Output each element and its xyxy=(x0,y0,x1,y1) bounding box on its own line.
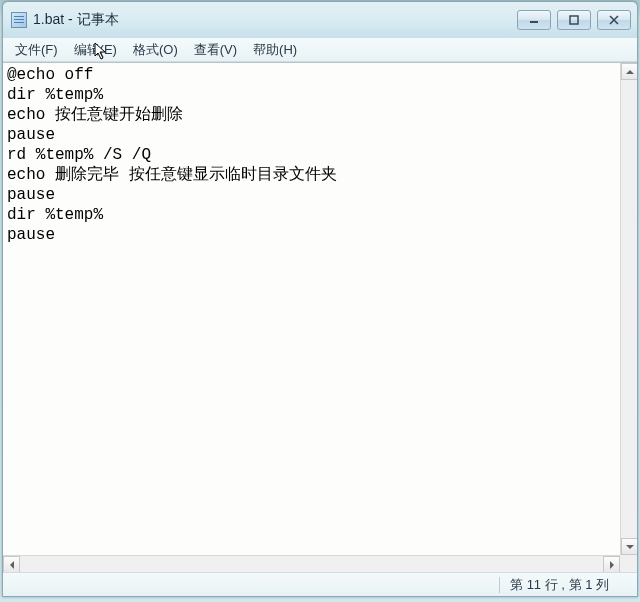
scroll-right-button[interactable] xyxy=(603,556,620,572)
editor-area: @echo off dir %temp% echo 按任意键开始删除 pause… xyxy=(3,62,637,572)
vertical-scrollbar[interactable] xyxy=(620,63,637,555)
chevron-right-icon xyxy=(610,561,614,569)
window-title: 1.bat - 记事本 xyxy=(33,11,517,29)
svg-rect-0 xyxy=(530,21,538,23)
menu-file[interactable]: 文件(F) xyxy=(7,39,66,61)
close-button[interactable] xyxy=(597,10,631,30)
notepad-window: 1.bat - 记事本 文件(F) 编辑(E) 格式(O) 查看(V) xyxy=(2,1,638,597)
close-icon xyxy=(609,15,619,25)
menu-help[interactable]: 帮助(H) xyxy=(245,39,305,61)
scroll-left-button[interactable] xyxy=(3,556,20,572)
chevron-left-icon xyxy=(10,561,14,569)
menu-view[interactable]: 查看(V) xyxy=(186,39,245,61)
menu-edit[interactable]: 编辑(E) xyxy=(66,39,125,61)
menu-format[interactable]: 格式(O) xyxy=(125,39,186,61)
svg-rect-1 xyxy=(570,16,578,24)
menubar: 文件(F) 编辑(E) 格式(O) 查看(V) 帮助(H) xyxy=(3,38,637,62)
scroll-corner xyxy=(620,555,637,572)
app-icon xyxy=(11,12,27,28)
titlebar[interactable]: 1.bat - 记事本 xyxy=(3,2,637,38)
maximize-icon xyxy=(569,15,579,25)
text-editor[interactable]: @echo off dir %temp% echo 按任意键开始删除 pause… xyxy=(3,63,620,555)
maximize-button[interactable] xyxy=(557,10,591,30)
statusbar: 第 11 行 , 第 1 列 xyxy=(3,572,637,596)
cursor-position: 第 11 行 , 第 1 列 xyxy=(510,576,609,594)
chevron-down-icon xyxy=(626,545,634,549)
minimize-icon xyxy=(529,15,539,25)
status-separator xyxy=(499,577,500,593)
minimize-button[interactable] xyxy=(517,10,551,30)
scroll-down-button[interactable] xyxy=(621,538,637,555)
chevron-up-icon xyxy=(626,70,634,74)
scroll-up-button[interactable] xyxy=(621,63,637,80)
horizontal-scrollbar[interactable] xyxy=(3,555,620,572)
window-controls xyxy=(517,10,631,30)
